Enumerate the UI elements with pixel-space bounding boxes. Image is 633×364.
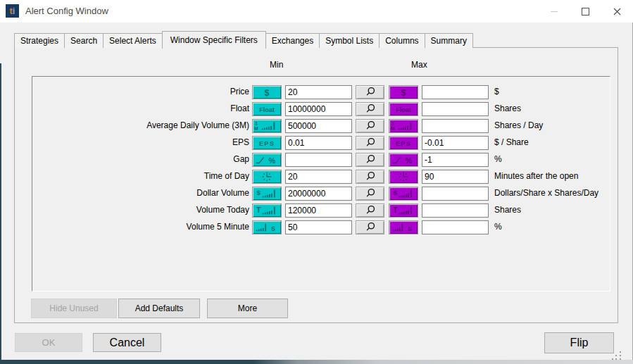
float-icon: Float [389,103,418,115]
max-value-input[interactable] [422,85,489,99]
max-value-input[interactable] [422,102,489,116]
tab-exchanges[interactable]: Exchanges [265,33,320,48]
filter-label: Price [32,87,249,96]
magnifier-icon [356,187,384,200]
search-value-button[interactable] [356,170,384,184]
min-value-input[interactable] [285,220,352,234]
volume-5min-min-icon-button[interactable]: 5 [252,220,282,234]
filter-label: Gap [32,154,249,164]
min-column-header: Min [270,60,283,70]
alert-config-window: ti Alert Config Window StrategiesSearchS… [0,0,633,364]
min-value-input[interactable] [285,136,352,150]
filter-unit: $ / Share [494,137,529,147]
volume-today-max-icon-button[interactable]: T [389,203,418,218]
max-value-input[interactable] [422,187,489,201]
tab-strategies[interactable]: Strategies [14,33,65,48]
filter-label: EPS [32,137,249,147]
gap-percent-icon: % [253,153,281,166]
clock-max-icon-button[interactable] [389,170,418,184]
search-value-button[interactable] [356,119,384,133]
filter-row: Average Daily Volume (3M)3M 3MShares / D… [32,118,610,134]
volume-5min-max-icon-button[interactable]: 5 [389,220,418,234]
adv-3m-icon: 3M [389,120,418,132]
filter-label: Time of Day [32,171,249,181]
max-value-input[interactable] [422,119,489,133]
more-button[interactable]: More [207,299,288,318]
resize-grip[interactable] [612,351,621,360]
max-value-input[interactable] [422,170,489,184]
float-max-icon-button[interactable]: Float [389,102,418,116]
eps-max-icon-button[interactable]: EPS [389,136,418,150]
svg-text:$: $ [401,88,406,98]
filter-unit: % [494,222,502,232]
search-value-button[interactable] [356,153,384,167]
filter-unit: Shares [494,205,521,215]
min-value-input[interactable] [285,203,352,218]
float-min-icon-button[interactable]: Float [252,102,282,116]
svg-text:M: M [391,126,395,131]
magnifier-icon [356,86,384,99]
volume-today-min-icon-button[interactable]: T [252,203,282,218]
maximize-button[interactable] [570,0,601,23]
close-button[interactable] [601,0,633,23]
dollar-min-icon-button[interactable]: $ [252,85,282,99]
clock-icon [389,170,418,183]
dollar-volume-max-icon-button[interactable]: $ [389,187,418,201]
search-value-button[interactable] [356,220,384,234]
gap-percent-min-icon-button[interactable]: % [252,153,282,167]
min-value-input[interactable] [285,170,352,184]
svg-text:5: 5 [271,225,275,232]
filter-row: Time of Day Minutes after the open [32,168,610,185]
svg-text:5: 5 [408,225,412,232]
max-column-header: Max [411,60,427,70]
volume-5min-icon: 5 [253,221,281,234]
max-value-input[interactable] [422,136,489,150]
search-value-button[interactable] [356,102,384,116]
magnifier-icon [356,204,384,217]
tab-window-specific-filters[interactable]: Window Specific Filters [162,31,266,49]
app-logo-icon: ti [6,4,19,18]
gap-percent-max-icon-button[interactable]: % [389,153,418,167]
tab-columns[interactable]: Columns [379,33,425,48]
eps-min-icon-button[interactable]: EPS [252,136,282,150]
min-value-input[interactable] [285,119,352,133]
adv-3m-max-icon-button[interactable]: 3M [389,119,418,133]
ok-button[interactable]: OK [15,333,82,352]
dollar-max-icon-button[interactable]: $ [389,85,418,99]
tab-symbol-lists[interactable]: Symbol Lists [319,33,380,48]
window-frame-bottom [0,360,633,364]
minimize-icon [551,11,558,12]
search-value-button[interactable] [356,136,384,150]
hide-unused-button[interactable]: Hide Unused [31,299,117,318]
filter-unit: $ [494,87,499,96]
filter-unit: Dollars/Share x Shares/Day [494,188,598,198]
flip-button[interactable]: Flip [544,332,614,353]
filter-label: Dollar Volume [32,188,249,198]
add-defaults-button[interactable]: Add Defaults [118,299,200,318]
max-value-input[interactable] [422,153,489,167]
window-frame-left [0,63,1,364]
tab-summary[interactable]: Summary [425,33,473,48]
search-value-button[interactable] [356,187,384,201]
min-value-input[interactable] [285,153,352,167]
window-specific-filters-page: Min Max Price$ $$FloatFloat FloatSharesA… [14,47,618,323]
search-value-button[interactable] [356,203,384,218]
maximize-icon [582,8,589,15]
dollar-volume-min-icon-button[interactable]: $ [252,187,282,201]
adv-3m-min-icon-button[interactable]: 3M [252,119,282,133]
min-value-input[interactable] [285,85,352,99]
min-value-input[interactable] [285,102,352,116]
gap-percent-icon: % [389,153,418,166]
tab-select-alerts[interactable]: Select Alerts [103,33,163,48]
max-value-input[interactable] [422,220,489,234]
dollar-volume-icon: $ [253,187,281,200]
tab-search[interactable]: Search [64,33,104,48]
cancel-button[interactable]: Cancel [93,333,161,352]
search-value-button[interactable] [356,85,384,99]
minimize-button[interactable] [538,0,570,23]
window-title: Alert Config Window [25,0,108,23]
max-value-input[interactable] [422,203,489,218]
clock-min-icon-button[interactable] [252,170,282,184]
filter-unit: Shares / Day [494,120,543,130]
min-value-input[interactable] [285,187,352,201]
